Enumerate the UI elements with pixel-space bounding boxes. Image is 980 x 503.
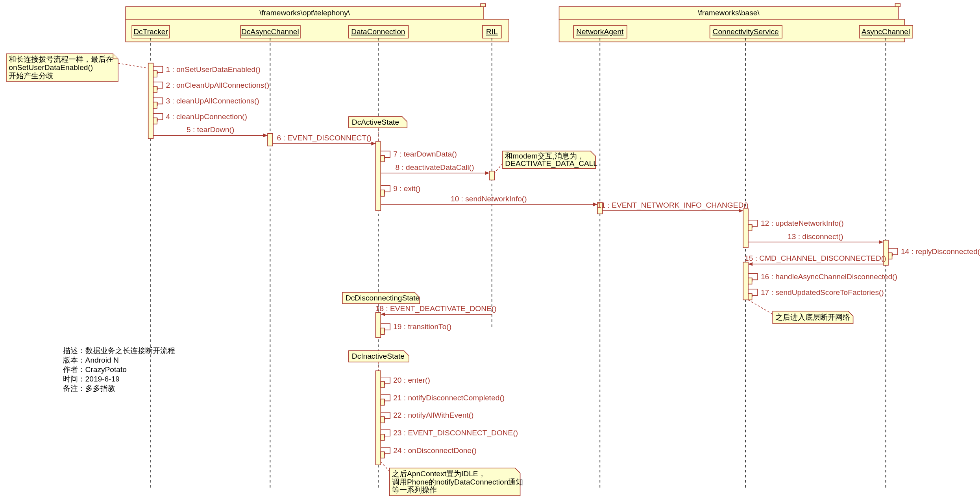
lifeline-label-networkagent: NetworkAgent bbox=[576, 28, 624, 36]
msg-22: 22 : notifyAllWithEvent() bbox=[381, 411, 473, 423]
svg-rect-34 bbox=[743, 209, 748, 248]
msg-5-label: 5 : tearDown() bbox=[187, 125, 234, 134]
msg-9-label: 9 : exit() bbox=[393, 184, 420, 193]
msg-20: 20 : enter() bbox=[381, 376, 430, 388]
msg-7: 7 : tearDownData() bbox=[381, 150, 457, 162]
note-2-line2: DEACTIVATE_DATA_CALL bbox=[505, 159, 597, 168]
svg-line-43 bbox=[748, 300, 773, 314]
msg-4: 4 : cleanUpConnection() bbox=[153, 112, 247, 124]
note-4-line1: 之后ApnContext置为IDLE， bbox=[392, 470, 486, 478]
meta-line3: 作者：CrazyPotato bbox=[63, 365, 127, 374]
msg-4-label: 4 : cleanUpConnection() bbox=[166, 112, 247, 121]
svg-rect-29 bbox=[489, 171, 494, 180]
svg-rect-53 bbox=[381, 452, 385, 458]
svg-rect-20 bbox=[153, 118, 157, 124]
meta-line4: 时间：2019-6-19 bbox=[63, 375, 120, 383]
msg-19-label: 19 : transitionTo() bbox=[393, 322, 451, 331]
note-1-line2: onSetUserDataEnabled() bbox=[9, 63, 93, 72]
msg-6: 6 : EVENT_DISCONNECT() bbox=[273, 134, 381, 211]
lifeline-label-dcasyncchannel: DcAsyncChannel bbox=[241, 28, 299, 36]
note-3-text: 之后进入底层断开网络 bbox=[775, 313, 850, 321]
package-base-label: \frameworks\base\ bbox=[698, 9, 760, 17]
msg-3-label: 3 : cleanUpAllConnections() bbox=[166, 97, 259, 105]
meta-line1: 描述：数据业务之长连接断开流程 bbox=[63, 346, 175, 355]
msg-14: 14 : replyDisconnected() bbox=[888, 247, 980, 259]
msg-2-label: 2 : onCleanUpAllConnections() bbox=[166, 81, 269, 89]
note-1-line3: 开始产生分歧 bbox=[9, 72, 54, 80]
msg-11: 11 : EVENT_NETWORK_INFO_CHANGED() bbox=[597, 201, 749, 248]
svg-rect-0 bbox=[126, 19, 509, 42]
svg-rect-49 bbox=[381, 381, 385, 388]
svg-rect-47 bbox=[381, 328, 385, 334]
msg-22-label: 22 : notifyAllWithEvent() bbox=[393, 411, 473, 419]
svg-rect-17 bbox=[153, 71, 157, 77]
note-4-line3: 等一系列操作 bbox=[392, 486, 437, 494]
svg-rect-51 bbox=[381, 416, 385, 423]
lifeline-label-ril: RIL bbox=[486, 28, 498, 36]
meta-line2: 版本：Android N bbox=[63, 356, 119, 364]
svg-rect-52 bbox=[381, 434, 385, 440]
package-telephony-label: \frameworks\opt\telephony\ bbox=[259, 9, 350, 17]
svg-rect-40 bbox=[743, 262, 748, 300]
msg-14-label: 14 : replyDisconnected() bbox=[901, 247, 980, 256]
activation-dctracker bbox=[148, 63, 153, 139]
svg-line-27 bbox=[494, 164, 503, 173]
msg-23: 23 : EVENT_DISCONNECT_DONE() bbox=[381, 429, 518, 440]
msg-8: 8 : deactivateDataCall() bbox=[381, 163, 494, 180]
svg-line-54 bbox=[381, 462, 389, 471]
svg-rect-25 bbox=[376, 142, 381, 211]
msg-11-label: 11 : EVENT_NETWORK_INFO_CHANGED() bbox=[597, 201, 749, 210]
lifeline-label-asyncchannel: AsyncChannel bbox=[862, 28, 910, 36]
lifeline-label-dataconnection: DataConnection bbox=[351, 28, 405, 36]
msg-21-label: 21 : notifyDisconnectCompleted() bbox=[393, 394, 505, 402]
msg-16-label: 16 : handleAsyncChannelDisconnected() bbox=[761, 273, 897, 281]
msg-3: 3 : cleanUpAllConnections() bbox=[153, 97, 259, 109]
msg-2: 2 : onCleanUpAllConnections() bbox=[153, 81, 269, 93]
msg-18-label: 18 : EVENT_DEACTIVATE_DONE() bbox=[375, 304, 497, 313]
msg-10-label: 10 : sendNetworkInfo() bbox=[451, 195, 527, 203]
metadata-block: 描述：数据业务之长连接断开流程 版本：Android N 作者：CrazyPot… bbox=[63, 346, 175, 392]
svg-rect-19 bbox=[153, 102, 157, 109]
svg-rect-38 bbox=[888, 253, 892, 259]
svg-rect-42 bbox=[748, 293, 752, 300]
note-1-line1: 和长连接拨号流程一样，最后在 bbox=[9, 55, 113, 63]
msg-13-label: 13 : disconnect() bbox=[788, 232, 843, 241]
svg-rect-30 bbox=[381, 190, 385, 196]
state-dcdisconnectingstate-label: DcDisconnectingState bbox=[346, 294, 420, 302]
msg-19: 19 : transitionTo() bbox=[381, 322, 451, 334]
svg-line-16 bbox=[118, 63, 148, 68]
activation-inactive bbox=[376, 371, 381, 465]
msg-18: 18 : EVENT_DEACTIVATE_DONE() bbox=[375, 304, 497, 337]
svg-rect-22 bbox=[268, 133, 273, 146]
svg-rect-26 bbox=[381, 155, 385, 162]
svg-rect-46 bbox=[376, 312, 381, 337]
sequence-diagram: \frameworks\opt\telephony\ \frameworks\b… bbox=[0, 0, 980, 503]
msg-8-label: 8 : deactivateDataCall() bbox=[396, 163, 474, 171]
note-4: 之后ApnContext置为IDLE， 调用Phone的notifyDataCo… bbox=[381, 462, 523, 496]
package-telephony: \frameworks\opt\telephony\ bbox=[126, 4, 509, 42]
msg-9: 9 : exit() bbox=[381, 184, 420, 196]
msg-17-label: 17 : sendUpdatedScoreToFactories() bbox=[761, 288, 884, 297]
msg-1: 1 : onSetUserDataEnabled() bbox=[153, 65, 260, 77]
note-1: 和长连接拨号流程一样，最后在 onSetUserDataEnabled() 开始… bbox=[6, 54, 148, 81]
state-dcinactivestate: DcInactiveState bbox=[349, 351, 409, 371]
msg-20-label: 20 : enter() bbox=[393, 376, 430, 384]
lifeline-head-dcasyncchannel: DcAsyncChannel bbox=[240, 26, 300, 490]
msg-15-label: 15 : CMD_CHANNEL_DISCONNECTED() bbox=[745, 254, 886, 263]
note-2-line1: 和modem交互,消息为， bbox=[505, 152, 584, 160]
note-3: 之后进入底层断开网络 bbox=[748, 300, 853, 324]
svg-rect-18 bbox=[153, 87, 157, 93]
lifeline-label-connectivityservice: ConnectivityService bbox=[713, 28, 779, 36]
lifeline-label-dctracker: DcTracker bbox=[133, 28, 168, 36]
note-4-line2: 调用Phone的notifyDataConnection通知 bbox=[392, 478, 523, 486]
msg-12-label: 12 : updateNetworkInfo() bbox=[761, 219, 844, 227]
state-dcactivestate-label: DcActiveState bbox=[352, 118, 399, 126]
lifeline-head-networkagent: NetworkAgent bbox=[573, 26, 627, 490]
svg-rect-41 bbox=[748, 278, 752, 284]
state-dcinactivestate-label: DcInactiveState bbox=[352, 352, 405, 360]
msg-6-label: 6 : EVENT_DISCONNECT() bbox=[277, 134, 371, 142]
msg-5: 5 : tearDown() bbox=[153, 125, 272, 146]
msg-23-label: 23 : EVENT_DISCONNECT_DONE() bbox=[393, 429, 518, 437]
svg-rect-35 bbox=[748, 225, 752, 231]
svg-rect-50 bbox=[381, 399, 385, 405]
